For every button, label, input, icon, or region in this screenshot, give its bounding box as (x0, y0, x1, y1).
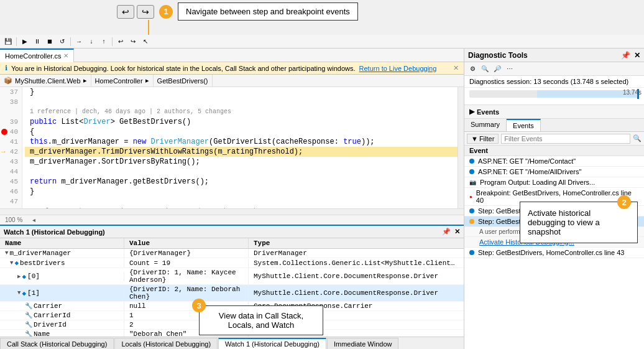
watch-col-value: Value (124, 238, 249, 248)
toolbar-sep-1 (16, 37, 17, 46)
toolbar-fwd-step[interactable]: ↪ (127, 36, 139, 47)
line-46: 46 (0, 187, 22, 197)
scrollbar-right[interactable] (458, 87, 464, 215)
tab-summary[interactable]: Summary (464, 119, 507, 131)
historical-bar-close[interactable]: ✕ (453, 64, 459, 72)
diag-toolbar: ⚙ 🔍 🔎 ⋯ (464, 62, 644, 76)
event-step-43[interactable]: Step: GetBestDrivers, HomeController.cs … (464, 248, 644, 258)
nav-annotation-box: Navigate between step and breakpoint eve… (178, 2, 358, 21)
watch-pin[interactable]: 📌 (442, 228, 451, 236)
event-text-3: Program Output: Loading All Drivers... (480, 179, 639, 186)
warn-icon-2: ◆ (22, 272, 26, 281)
breadcrumb-method-text: GetBestDrivers() (157, 77, 208, 85)
event-text-1: ASP.NET: GET "/Home/Contact" (478, 157, 639, 165)
code-line-44 (25, 167, 464, 177)
top-annotation-area: ↩ ↪ 1 Navigate between step and breakpoi… (112, 0, 363, 23)
watch-name-driverid: 🔧 DriverId (0, 320, 124, 329)
historical-bar-text: You are in Historical Debugging. Look fo… (11, 65, 356, 72)
diag-more-btn[interactable]: ⋯ (504, 63, 515, 75)
code-line-39: public List<Driver> GetBestDrivers() (25, 117, 464, 127)
breadcrumb-project-label: 📦 (4, 77, 12, 85)
watch-type-0: DriverManager (249, 249, 464, 258)
step-buttons[interactable]: ↩ ↪ (117, 5, 154, 19)
prop-icon-carrier: 🔧 (25, 302, 32, 310)
code-line-41: this.m_driverManager = new DriverManager… (25, 137, 464, 147)
diag-settings-btn[interactable]: ⚙ (467, 63, 478, 75)
line-40: 40 (0, 127, 22, 137)
step-back-button[interactable]: ↩ (117, 5, 134, 19)
session-label: Diagnostics session: 13 seconds (13.748 … (469, 78, 628, 85)
diagnostics-session-bar: Diagnostics session: 13 seconds (13.748 … (464, 76, 644, 88)
return-live-link[interactable]: Return to Live Debugging (359, 65, 437, 72)
scrollbar-bottom[interactable] (0, 208, 464, 215)
event-dot-5 (469, 208, 474, 213)
filter-button[interactable]: ▼ Filter (467, 134, 499, 144)
watch-name-2: ▶ ◆ [0] (0, 272, 124, 281)
event-aspnet-contact[interactable]: ASP.NET: GET "/Home/Contact" (464, 156, 644, 167)
breadcrumb-method[interactable]: GetBestDrivers() (154, 75, 213, 86)
tab-callstack[interactable]: Call Stack (Historical Debugging) (0, 338, 114, 349)
event-program-output[interactable]: 📷 Program Output: Loading All Drivers... (464, 177, 644, 188)
editor-tab-close[interactable]: ✕ (63, 52, 68, 59)
breadcrumb-bar: 📦 MyShuttle.Client.Web ▸ HomeController … (0, 75, 464, 87)
event-aspnet-alldrivers[interactable]: ASP.NET: GET "/Home/AllDrivers" (464, 167, 644, 177)
timeline-bar: 13.74s (464, 88, 644, 105)
tab-watch1[interactable]: Watch 1 (Historical Debugging) (218, 338, 326, 349)
editor-tab-homecontroller[interactable]: HomeController.cs ✕ (0, 49, 74, 62)
watch-close[interactable]: ✕ (454, 228, 460, 236)
diag-pin-icon[interactable]: 📌 (621, 51, 630, 60)
toolbar-restart[interactable]: ↺ (57, 36, 68, 47)
expand-1[interactable]: ▼ (10, 260, 13, 266)
watch-row-0[interactable]: ▼ m_driverManager {DriverManager} Driver… (0, 249, 464, 258)
badge-3: 3 (192, 299, 206, 312)
toolbar-sep-2 (70, 37, 71, 46)
filter-label: Filter (479, 135, 494, 142)
historical-debugging-bar: ℹ You are in Historical Debugging. Look … (0, 62, 464, 75)
watch-row-3[interactable]: ▼ ◆ [1] {DriverID: 2, Name: Deborah Chen… (0, 285, 464, 302)
expand-0[interactable]: ▼ (5, 250, 8, 256)
toolbar-step-out[interactable]: ↑ (98, 36, 109, 47)
toolbar-pause[interactable]: ⏸ (32, 36, 43, 47)
line-39: 39 (0, 117, 22, 127)
toolbar-back-step[interactable]: ↩ (115, 36, 126, 47)
breadcrumb-class-text: HomeController (95, 77, 143, 85)
expand-3[interactable]: ▼ (17, 290, 21, 296)
toolbar-step-over[interactable]: → (73, 36, 85, 47)
toolbar-save[interactable]: 💾 (2, 36, 14, 47)
event-dot-6 (469, 219, 474, 224)
tab-locals[interactable]: Locals (Historical Debugging) (114, 338, 218, 349)
watch-name-carrier: 🔧 Carrier (0, 302, 124, 310)
activate-callout: 2 Activate historical debugging to view … (520, 202, 638, 243)
event-text-2: ASP.NET: GET "/Home/AllDrivers" (478, 168, 639, 175)
activate-callout-text: Activate historical debugging to view a … (528, 208, 600, 236)
step-forward-button[interactable]: ↪ (137, 5, 154, 19)
diag-zoom-out-btn[interactable]: 🔎 (492, 63, 503, 75)
filter-events-input[interactable] (501, 134, 630, 144)
watch-name-carrierid: 🔧 CarrierId (0, 311, 124, 320)
code-editor: 37 38 39 40 41 42 43 44 45 46 47 48 (0, 87, 464, 215)
toolbar-cursor[interactable]: ↖ (140, 36, 151, 47)
toolbar-step-into[interactable]: ↓ (86, 36, 97, 47)
diag-zoom-in-btn[interactable]: 🔍 (479, 63, 490, 75)
toolbar-stop[interactable]: ⏹ (44, 36, 55, 47)
main-container: 💾 ▶ ⏸ ⏹ ↺ → ↓ ↑ ↩ ↪ ↖ HomeController.cs … (0, 35, 644, 349)
code-line-43: m_driverManager.SortDriversByRating(); (25, 157, 464, 167)
watch-value-1: Count = 19 (124, 259, 249, 268)
watch-row-1[interactable]: ▼ ◆ bestDrivers Count = 19 System.Collec… (0, 258, 464, 268)
watch-row-2[interactable]: ▶ ◆ [0] {DriverID: 1, Name: Kaycee Ander… (0, 268, 464, 285)
breakpoint-icon: ● (469, 194, 472, 200)
code-line-45: return m_driverManager.getBestDrivers(); (25, 177, 464, 187)
toolbar-start[interactable]: ▶ (19, 36, 30, 47)
warn-icon-1: ◆ (14, 259, 19, 267)
diag-close-icon[interactable]: ✕ (634, 51, 640, 60)
watch-name-name: 🔧 Name (0, 330, 124, 337)
events-toggle[interactable]: ▶ Events (469, 108, 639, 116)
watch-name-3: ▼ ◆ [1] (0, 289, 124, 298)
expand-2[interactable]: ▶ (17, 273, 21, 280)
breadcrumb-project[interactable]: 📦 MyShuttle.Client.Web ▸ (0, 75, 91, 86)
tab-immediate[interactable]: Immediate Window (327, 338, 399, 349)
code-line-47 (25, 197, 464, 207)
code-content: 37 38 39 40 41 42 43 44 45 46 47 48 (0, 87, 464, 215)
tab-events[interactable]: Events (507, 119, 541, 131)
breadcrumb-class[interactable]: HomeController ▸ (91, 75, 154, 86)
